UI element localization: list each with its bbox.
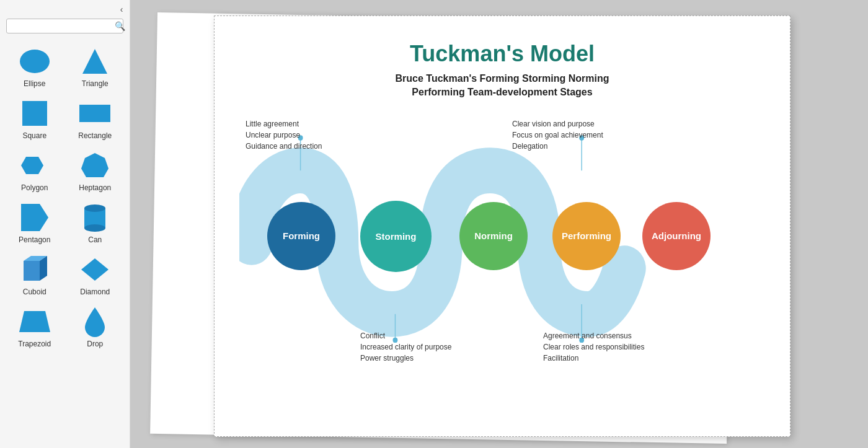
stage-forming[interactable]: Forming (267, 202, 335, 270)
trapezoid-icon (19, 305, 50, 338)
annotation-storming-line2: Increased clarity of purpose (360, 343, 451, 351)
annotation-performing-line1: Clear vision and purpose (512, 120, 595, 128)
heptagon-icon (81, 149, 108, 182)
main-canvas-area: Tuckman's Model Bruce Tuckman's Forming … (130, 0, 868, 448)
pentagon-arrow-icon (21, 201, 48, 234)
ellipse-icon (20, 45, 50, 78)
annotation-forming-line1: Little agreement (246, 120, 299, 128)
svg-point-0 (20, 50, 50, 73)
annotation-performing-line3: Delegation (512, 142, 547, 151)
shape-item-pentagon[interactable]: Pentagon (6, 198, 63, 247)
stage-performing[interactable]: Performing (552, 202, 621, 270)
shape-item-polygon[interactable]: Polygon (6, 146, 63, 195)
shape-item-drop[interactable]: Drop (67, 302, 124, 351)
shape-label-trapezoid: Trapezoid (18, 340, 51, 348)
shape-label-diamond: Diamond (80, 288, 110, 296)
triangle-icon (81, 45, 108, 78)
svg-marker-4 (21, 157, 43, 174)
annotation-storming-line1: Conflict (360, 332, 385, 340)
svg-rect-3 (79, 105, 110, 122)
sidebar-collapse-button[interactable]: ‹ (116, 4, 127, 15)
annotation-norming-line3: Facilitation (543, 354, 578, 362)
diagram-subtitle: Bruce Tuckman's Forming Storming Norming… (239, 72, 765, 100)
shape-label-heptagon: Heptagon (79, 183, 111, 192)
cuboid-icon (21, 253, 48, 286)
annotation-forming-line2: Unclear purpose (246, 131, 300, 139)
stage-adjourning-label: Adjourning (652, 231, 701, 241)
shape-item-ellipse[interactable]: Ellipse (6, 42, 63, 90)
annotation-norming-bottom: Agreement and consensus Clear roles and … (543, 330, 680, 364)
annotation-storming-line3: Power struggles (360, 354, 414, 362)
svg-marker-14 (19, 311, 50, 332)
shapes-grid: Ellipse Triangle Square Rectangle (0, 37, 130, 356)
svg-marker-10 (24, 261, 40, 281)
search-input[interactable] (11, 22, 115, 31)
stage-performing-label: Performing (562, 231, 611, 241)
diamond-icon (80, 253, 110, 286)
can-icon (83, 201, 107, 234)
sidebar: ‹ 🔍 Ellipse Triangle Square (0, 0, 130, 448)
annotation-performing-line2: Focus on goal achievement (512, 131, 603, 139)
search-bar: 🔍 (6, 19, 123, 33)
shape-item-trapezoid[interactable]: Trapezoid (6, 302, 63, 351)
shape-item-rectangle[interactable]: Rectangle (67, 94, 124, 143)
annotation-forming-line3: Guidance and direction (246, 142, 322, 151)
canvas-paper[interactable]: Tuckman's Model Bruce Tuckman's Forming … (214, 15, 790, 437)
shape-label-cuboid: Cuboid (23, 288, 46, 296)
annotation-norming-line2: Clear roles and responsibilities (543, 343, 644, 351)
stage-norming-label: Norming (474, 231, 513, 241)
shape-label-triangle: Triangle (82, 79, 108, 88)
stage-adjourning[interactable]: Adjourning (642, 202, 711, 270)
svg-marker-6 (21, 204, 48, 231)
drop-icon (84, 305, 106, 338)
stage-storming[interactable]: Storming (360, 201, 432, 272)
shape-item-square[interactable]: Square (6, 94, 63, 143)
annotation-storming-bottom: Conflict Increased clarity of purpose Po… (360, 330, 484, 364)
shape-label-rectangle: Rectangle (78, 131, 112, 140)
svg-point-8 (84, 204, 105, 212)
annotation-norming-line1: Agreement and consensus (543, 332, 632, 340)
shape-label-pentagon: Pentagon (19, 235, 50, 244)
svg-point-9 (84, 224, 105, 232)
stage-storming-label: Storming (376, 231, 417, 242)
polygon-icon (21, 149, 48, 182)
stage-norming[interactable]: Norming (459, 202, 528, 270)
svg-rect-2 (22, 101, 47, 126)
svg-marker-5 (81, 153, 108, 177)
shape-label-ellipse: Ellipse (24, 79, 45, 88)
shape-item-diamond[interactable]: Diamond (67, 250, 124, 299)
shape-item-heptagon[interactable]: Heptagon (67, 146, 124, 195)
svg-marker-13 (81, 258, 108, 281)
svg-marker-1 (82, 49, 107, 74)
rectangle-icon (78, 97, 112, 130)
shape-label-polygon: Polygon (21, 183, 48, 192)
shape-label-square: Square (22, 131, 46, 140)
annotation-performing-top: Clear vision and purpose Focus on goal a… (512, 118, 649, 152)
search-icon[interactable]: 🔍 (115, 21, 125, 31)
stage-forming-label: Forming (283, 231, 320, 241)
shape-label-can: Can (88, 235, 102, 244)
diagram-area: Forming Storming Norming Performing Adjo… (239, 118, 765, 366)
square-icon (21, 97, 48, 130)
shape-item-triangle[interactable]: Triangle (67, 42, 124, 90)
shape-item-cuboid[interactable]: Cuboid (6, 250, 63, 299)
annotation-forming-top: Little agreement Unclear purpose Guidanc… (246, 118, 370, 152)
shape-label-drop: Drop (87, 340, 103, 348)
diagram-title: Tuckman's Model (239, 41, 765, 67)
shape-item-can[interactable]: Can (67, 198, 124, 247)
